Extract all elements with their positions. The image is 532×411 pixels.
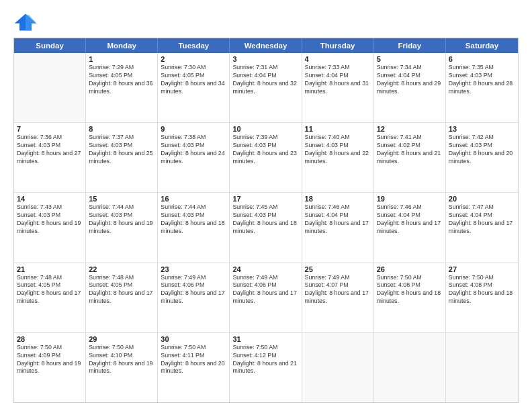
empty-cell [14,53,86,122]
day-cell-27: 27Sunrise: 7:50 AM Sunset: 4:08 PM Dayli… [446,263,518,332]
day-cell-19: 19Sunrise: 7:46 AM Sunset: 4:04 PM Dayli… [374,193,446,262]
cell-info: Sunrise: 7:47 AM Sunset: 4:04 PM Dayligh… [449,203,515,236]
cell-info: Sunrise: 7:50 AM Sunset: 4:10 PM Dayligh… [89,344,154,376]
cell-info: Sunrise: 7:49 AM Sunset: 4:06 PM Dayligh… [161,274,226,306]
calendar-row-3: 21Sunrise: 7:48 AM Sunset: 4:05 PM Dayli… [14,263,518,332]
day-cell-20: 20Sunrise: 7:47 AM Sunset: 4:04 PM Dayli… [446,193,518,262]
header [13,12,519,32]
day-number: 25 [305,265,371,273]
day-cell-6: 6Sunrise: 7:35 AM Sunset: 4:03 PM Daylig… [446,53,518,122]
day-cell-5: 5Sunrise: 7:34 AM Sunset: 4:04 PM Daylig… [374,53,446,122]
day-number: 11 [305,125,371,133]
day-cell-22: 22Sunrise: 7:48 AM Sunset: 4:05 PM Dayli… [86,263,158,332]
day-cell-23: 23Sunrise: 7:49 AM Sunset: 4:06 PM Dayli… [158,263,230,332]
day-cell-29: 29Sunrise: 7:50 AM Sunset: 4:10 PM Dayli… [86,333,158,402]
cell-info: Sunrise: 7:36 AM Sunset: 4:03 PM Dayligh… [17,134,83,166]
calendar-header: SundayMondayTuesdayWednesdayThursdayFrid… [14,38,518,53]
day-number: 13 [449,125,515,133]
calendar-body: 1Sunrise: 7:29 AM Sunset: 4:05 PM Daylig… [14,53,518,402]
cell-info: Sunrise: 7:34 AM Sunset: 4:04 PM Dayligh… [377,64,443,96]
day-cell-17: 17Sunrise: 7:45 AM Sunset: 4:03 PM Dayli… [230,193,302,262]
day-number: 16 [161,195,226,203]
day-number: 4 [305,55,371,63]
day-cell-10: 10Sunrise: 7:39 AM Sunset: 4:03 PM Dayli… [230,123,302,192]
calendar-row-1: 7Sunrise: 7:36 AM Sunset: 4:03 PM Daylig… [14,122,518,192]
day-cell-24: 24Sunrise: 7:49 AM Sunset: 4:06 PM Dayli… [230,263,302,332]
cell-info: Sunrise: 7:48 AM Sunset: 4:05 PM Dayligh… [89,274,154,306]
day-number: 19 [377,195,443,203]
day-cell-28: 28Sunrise: 7:50 AM Sunset: 4:09 PM Dayli… [14,333,86,402]
day-cell-1: 1Sunrise: 7:29 AM Sunset: 4:05 PM Daylig… [86,53,158,122]
logo-icon [13,12,38,32]
cell-info: Sunrise: 7:37 AM Sunset: 4:03 PM Dayligh… [89,134,154,166]
day-number: 28 [17,335,83,343]
cell-info: Sunrise: 7:31 AM Sunset: 4:04 PM Dayligh… [232,64,298,96]
day-cell-18: 18Sunrise: 7:46 AM Sunset: 4:04 PM Dayli… [302,193,374,262]
cell-info: Sunrise: 7:48 AM Sunset: 4:05 PM Dayligh… [17,274,83,306]
day-number: 30 [161,335,226,343]
weekday-header-tuesday: Tuesday [158,38,230,53]
cell-info: Sunrise: 7:29 AM Sunset: 4:05 PM Dayligh… [89,64,154,96]
empty-cell [446,333,518,402]
day-cell-15: 15Sunrise: 7:44 AM Sunset: 4:03 PM Dayli… [86,193,158,262]
day-number: 5 [377,55,443,63]
day-cell-4: 4Sunrise: 7:33 AM Sunset: 4:04 PM Daylig… [302,53,374,122]
day-number: 12 [377,125,443,133]
cell-info: Sunrise: 7:43 AM Sunset: 4:03 PM Dayligh… [17,203,83,236]
day-number: 15 [89,195,154,203]
weekday-header-saturday: Saturday [446,38,518,53]
day-cell-13: 13Sunrise: 7:42 AM Sunset: 4:03 PM Dayli… [446,123,518,192]
day-cell-21: 21Sunrise: 7:48 AM Sunset: 4:05 PM Dayli… [14,263,86,332]
cell-info: Sunrise: 7:49 AM Sunset: 4:07 PM Dayligh… [305,274,371,306]
empty-cell [302,333,374,402]
cell-info: Sunrise: 7:39 AM Sunset: 4:03 PM Dayligh… [232,134,298,166]
page: SundayMondayTuesdayWednesdayThursdayFrid… [0,0,532,411]
day-number: 6 [449,55,515,63]
day-number: 29 [89,335,154,343]
day-number: 24 [232,265,298,273]
day-cell-31: 31Sunrise: 7:50 AM Sunset: 4:12 PM Dayli… [230,333,302,402]
day-number: 20 [449,195,515,203]
day-number: 26 [377,265,443,273]
weekday-header-thursday: Thursday [302,38,374,53]
day-number: 8 [89,125,154,133]
cell-info: Sunrise: 7:40 AM Sunset: 4:03 PM Dayligh… [305,134,371,166]
day-number: 2 [161,55,226,63]
cell-info: Sunrise: 7:46 AM Sunset: 4:04 PM Dayligh… [377,203,443,236]
cell-info: Sunrise: 7:44 AM Sunset: 4:03 PM Dayligh… [89,203,154,236]
day-cell-25: 25Sunrise: 7:49 AM Sunset: 4:07 PM Dayli… [302,263,374,332]
day-cell-2: 2Sunrise: 7:30 AM Sunset: 4:05 PM Daylig… [158,53,230,122]
calendar-row-0: 1Sunrise: 7:29 AM Sunset: 4:05 PM Daylig… [14,53,518,122]
cell-info: Sunrise: 7:50 AM Sunset: 4:09 PM Dayligh… [17,344,83,376]
day-cell-3: 3Sunrise: 7:31 AM Sunset: 4:04 PM Daylig… [230,53,302,122]
logo [13,12,42,32]
cell-info: Sunrise: 7:33 AM Sunset: 4:04 PM Dayligh… [305,64,371,96]
day-cell-9: 9Sunrise: 7:38 AM Sunset: 4:03 PM Daylig… [158,123,230,192]
cell-info: Sunrise: 7:30 AM Sunset: 4:05 PM Dayligh… [161,64,226,96]
cell-info: Sunrise: 7:38 AM Sunset: 4:03 PM Dayligh… [161,134,226,166]
calendar: SundayMondayTuesdayWednesdayThursdayFrid… [13,38,519,403]
weekday-header-sunday: Sunday [14,38,86,53]
day-number: 27 [449,265,515,273]
cell-info: Sunrise: 7:44 AM Sunset: 4:03 PM Dayligh… [161,203,226,236]
weekday-header-monday: Monday [86,38,158,53]
cell-info: Sunrise: 7:42 AM Sunset: 4:03 PM Dayligh… [449,134,515,166]
cell-info: Sunrise: 7:41 AM Sunset: 4:02 PM Dayligh… [377,134,443,166]
day-number: 1 [89,55,154,63]
day-cell-14: 14Sunrise: 7:43 AM Sunset: 4:03 PM Dayli… [14,193,86,262]
cell-info: Sunrise: 7:50 AM Sunset: 4:08 PM Dayligh… [377,274,443,306]
weekday-header-wednesday: Wednesday [230,38,302,53]
day-cell-16: 16Sunrise: 7:44 AM Sunset: 4:03 PM Dayli… [158,193,230,262]
cell-info: Sunrise: 7:45 AM Sunset: 4:03 PM Dayligh… [232,203,298,236]
day-cell-7: 7Sunrise: 7:36 AM Sunset: 4:03 PM Daylig… [14,123,86,192]
calendar-row-4: 28Sunrise: 7:50 AM Sunset: 4:09 PM Dayli… [14,332,518,402]
day-number: 23 [161,265,226,273]
svg-marker-1 [26,15,36,30]
day-number: 7 [17,125,83,133]
day-cell-30: 30Sunrise: 7:50 AM Sunset: 4:11 PM Dayli… [158,333,230,402]
day-number: 21 [17,265,83,273]
day-number: 17 [232,195,298,203]
day-cell-11: 11Sunrise: 7:40 AM Sunset: 4:03 PM Dayli… [302,123,374,192]
cell-info: Sunrise: 7:50 AM Sunset: 4:08 PM Dayligh… [449,274,515,306]
day-number: 3 [232,55,298,63]
